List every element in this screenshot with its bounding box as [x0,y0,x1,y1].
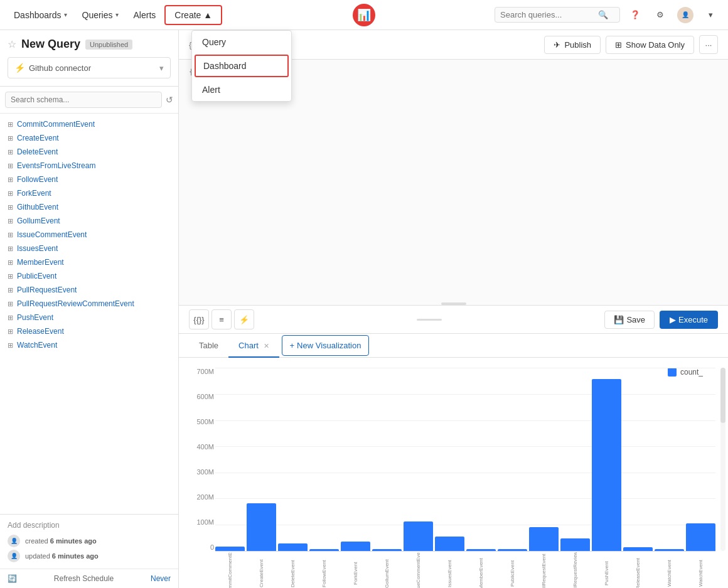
bar-publicevent [498,549,527,551]
x-label-15: WatchEvent [655,552,684,588]
schema-item-releaseevent[interactable]: ⊞ ReleaseEvent [0,324,178,338]
x-label-12: PullRequestReviewCommentEvent [560,552,590,588]
chart-scrollbar-track[interactable] [720,368,725,551]
show-data-button[interactable]: ⊞ Show Data Only [606,36,694,54]
table-icon: ⊞ [8,272,13,281]
schema-item-commitcommentevent[interactable]: ⊞ CommitCommentEvent [0,117,178,131]
chart-scrollbar-thumb[interactable] [720,368,725,423]
schema-refresh-icon[interactable]: ↺ [166,95,173,105]
schema-item-label: DeleteEvent [17,147,58,156]
y-label-0: 0 [181,543,214,551]
schema-item-issuesevent[interactable]: ⊞ IssuesEvent [0,242,178,255]
bar-item-forkevent [341,368,370,551]
schema-item-memberevent[interactable]: ⊞ MemberEvent [0,255,178,269]
schema-item-watchevent[interactable]: ⊞ WatchEvent [0,338,178,352]
chart-container: count_ 700M 600M 500M 400M 300M 200M 100… [179,358,728,588]
bar-pushevent [592,379,621,551]
schema-item-label: CreateEvent [17,134,59,142]
schema-item-deleteevent[interactable]: ⊞ DeleteEvent [0,145,178,159]
help-button[interactable]: ❓ [625,5,645,25]
more-nav-icon: ▾ [709,10,713,19]
more-options-icon: ··· [705,40,712,50]
new-visualization-tab[interactable]: + New Visualization [282,335,370,356]
bar-item-watchevent2 [686,368,715,551]
bar-item-gollumevent [372,368,402,551]
connector-chevron-icon: ▾ [159,63,164,73]
format-braces-icon: {{}} [193,315,204,324]
settings-button[interactable]: ⚙ [650,5,670,25]
created-row: 👤 created 6 minutes ago [8,535,171,547]
chart-inner: count_ 700M 600M 500M 400M 300M 200M 100… [179,358,728,588]
schema-item-label: MemberEvent [17,258,64,267]
create-query-item[interactable]: Query [192,31,291,53]
tab-chart-close-icon[interactable]: ✕ [264,342,269,350]
schema-item-followevent[interactable]: ⊞ FollowEvent [0,173,178,186]
schema-item-label: FollowEvent [17,175,58,184]
schema-item-forkevent[interactable]: ⊞ ForkEvent [0,186,178,200]
table-icon: ⊞ [8,245,13,253]
bar-watchevent2 [686,523,715,551]
bar-item-followevent [309,368,339,551]
tab-table[interactable]: Table [189,334,228,358]
schema-search-input[interactable] [5,92,162,108]
connector-selector[interactable]: ⚡ Github connector ▾ [8,57,171,78]
schema-item-issuecommentevent[interactable]: ⊞ IssueCommentEvent [0,228,178,242]
user-avatar[interactable]: 👤 [675,5,695,25]
tab-chart[interactable]: Chart ✕ [228,334,279,358]
x-label-6: GollumEvent [372,552,402,588]
global-search[interactable]: 🔍 [495,7,620,23]
schema-item-gollumevent[interactable]: ⊞ GollumEvent [0,214,178,228]
schema-item-githubevent[interactable]: ⊞ GithubEvent [0,200,178,214]
bar-item-deleteevent [278,368,308,551]
format-lightning-button[interactable]: ⚡ [234,309,254,329]
add-description-link[interactable]: Add description [8,521,171,530]
execute-label: Execute [678,315,708,324]
editor-resize-handle[interactable] [441,302,466,305]
created-label: created [25,537,48,545]
bar-pullrequestreviewcommentevent [560,538,590,551]
save-button[interactable]: 💾 Save [604,311,655,329]
schema-item-pullrequestcommentevent[interactable]: ⊞ PullRequestReviewCommentEvent [0,297,178,311]
create-alert-item[interactable]: Alert [192,78,291,101]
nav-right-section: 🔍 ❓ ⚙ 👤 ▾ [495,5,720,25]
alerts-nav[interactable]: Alerts [127,6,163,24]
schema-item-eventsfromlivestream[interactable]: ⊞ EventsFromLiveStream [0,159,178,173]
queries-chevron-icon: ▾ [115,11,119,18]
search-input[interactable] [500,10,594,19]
refresh-never-value[interactable]: Never [151,574,171,583]
format-braces-button[interactable]: {{}} [189,309,209,329]
star-icon[interactable]: ☆ [8,38,16,50]
resize-handle[interactable] [417,319,442,321]
schema-item-label: EventsFromLiveStream [17,161,95,170]
x-label-4: FollowEvent [309,552,339,588]
bar-item-pullrequestreviewcommentevent [560,368,590,551]
updated-label: updated [25,552,50,560]
creator-avatar: 👤 [8,535,20,547]
execute-play-icon: ▶ [670,315,676,324]
create-button[interactable]: Create ▲ [164,5,222,25]
format-list-icon: ≡ [219,315,224,324]
format-list-button[interactable]: ≡ [211,309,232,329]
publish-button[interactable]: ✈ Publish [544,36,601,54]
table-icon: ⊞ [8,120,13,129]
x-label-11: PullRequestEvent [529,552,559,588]
queries-nav[interactable]: Queries ▾ [76,6,125,24]
x-label-3: DeleteEvent [278,552,308,588]
bar-createevent [247,503,276,551]
dashboards-nav[interactable]: Dashboards ▾ [8,6,73,24]
execute-button[interactable]: ▶ Execute [660,311,718,329]
bar-item-issuecommentevent [404,368,433,551]
create-dashboard-item[interactable]: Dashboard [195,55,289,77]
schema-item-pushevent[interactable]: ⊞ PushEvent [0,311,178,324]
schema-item-pullrequestevent[interactable]: ⊞ PullRequestEvent [0,283,178,297]
exec-buttons: 💾 Save ▶ Execute [604,311,718,329]
table-icon: ⊞ [8,134,13,142]
queries-label: Queries [82,10,113,20]
schema-item-createevent[interactable]: ⊞ CreateEvent [0,131,178,145]
more-nav-button[interactable]: ▾ [700,5,720,25]
bar-forkevent [341,542,370,551]
created-time: 6 minutes ago [50,537,97,545]
schema-item-publicevent[interactable]: ⊞ PublicEvent [0,269,178,283]
more-options-button[interactable]: ··· [699,35,718,54]
app-logo: 📊 [353,4,375,26]
